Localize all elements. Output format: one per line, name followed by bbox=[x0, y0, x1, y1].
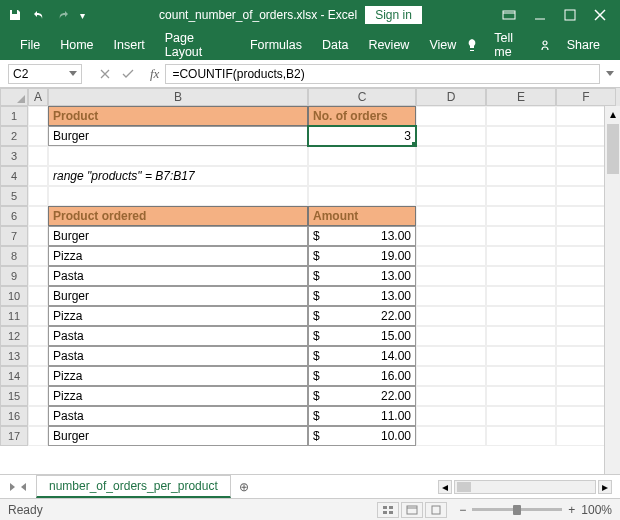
cell[interactable] bbox=[28, 286, 48, 306]
cell[interactable] bbox=[416, 186, 486, 206]
cell[interactable]: $15.00 bbox=[308, 326, 416, 346]
cell[interactable] bbox=[486, 166, 556, 186]
horizontal-scrollbar[interactable] bbox=[454, 480, 596, 494]
tab-formulas[interactable]: Formulas bbox=[240, 34, 312, 56]
cell[interactable] bbox=[486, 286, 556, 306]
cell[interactable] bbox=[416, 226, 486, 246]
tab-review[interactable]: Review bbox=[358, 34, 419, 56]
cell[interactable]: Burger bbox=[48, 226, 308, 246]
scroll-right-icon[interactable]: ▸ bbox=[598, 480, 612, 494]
cell[interactable]: $11.00 bbox=[308, 406, 416, 426]
cell[interactable] bbox=[48, 146, 308, 166]
column-header[interactable]: E bbox=[486, 88, 556, 106]
cell[interactable] bbox=[28, 386, 48, 406]
cell[interactable]: $16.00 bbox=[308, 366, 416, 386]
vertical-scrollbar[interactable]: ▴ bbox=[604, 106, 620, 474]
cell[interactable] bbox=[486, 386, 556, 406]
close-icon[interactable] bbox=[594, 9, 606, 21]
enter-formula-icon[interactable] bbox=[122, 69, 134, 79]
cell[interactable]: Pasta bbox=[48, 326, 308, 346]
cell[interactable]: $22.00 bbox=[308, 306, 416, 326]
tab-page-layout[interactable]: Page Layout bbox=[155, 27, 240, 63]
row-header[interactable]: 8 bbox=[0, 246, 28, 266]
cell[interactable] bbox=[28, 106, 48, 126]
cell[interactable] bbox=[28, 146, 48, 166]
column-header[interactable]: B bbox=[48, 88, 308, 106]
add-sheet-button[interactable]: ⊕ bbox=[231, 480, 257, 494]
cell[interactable]: Burger bbox=[48, 426, 308, 446]
cell[interactable] bbox=[416, 426, 486, 446]
cell[interactable]: 3 bbox=[308, 126, 416, 146]
row-header[interactable]: 3 bbox=[0, 146, 28, 166]
cell[interactable]: Pizza bbox=[48, 386, 308, 406]
cell[interactable] bbox=[416, 406, 486, 426]
column-header[interactable]: F bbox=[556, 88, 616, 106]
zoom-level[interactable]: 100% bbox=[581, 503, 612, 517]
cell[interactable] bbox=[486, 406, 556, 426]
chevron-down-icon[interactable] bbox=[69, 71, 77, 76]
scrollbar-thumb[interactable] bbox=[457, 482, 471, 492]
cell[interactable]: Pizza bbox=[48, 306, 308, 326]
tab-home[interactable]: Home bbox=[50, 34, 103, 56]
cell[interactable]: $14.00 bbox=[308, 346, 416, 366]
cell[interactable]: Pasta bbox=[48, 406, 308, 426]
cell[interactable]: range "products" = B7:B17 bbox=[48, 166, 308, 186]
save-icon[interactable] bbox=[8, 8, 22, 22]
cell[interactable] bbox=[28, 406, 48, 426]
scroll-left-icon[interactable]: ◂ bbox=[438, 480, 452, 494]
row-header[interactable]: 7 bbox=[0, 226, 28, 246]
cell[interactable] bbox=[28, 306, 48, 326]
cell[interactable] bbox=[416, 126, 486, 146]
cell[interactable] bbox=[28, 186, 48, 206]
cell[interactable] bbox=[416, 306, 486, 326]
tab-view[interactable]: View bbox=[419, 34, 466, 56]
cancel-formula-icon[interactable] bbox=[100, 69, 110, 79]
column-header[interactable]: C bbox=[308, 88, 416, 106]
cell[interactable] bbox=[486, 246, 556, 266]
sheet-nav-buttons[interactable] bbox=[0, 483, 36, 491]
share-button[interactable]: Share bbox=[557, 34, 610, 56]
cell[interactable]: Burger bbox=[48, 126, 308, 146]
cell[interactable] bbox=[48, 186, 308, 206]
cell[interactable] bbox=[416, 286, 486, 306]
cell[interactable]: Product bbox=[48, 106, 308, 126]
row-header[interactable]: 15 bbox=[0, 386, 28, 406]
signin-button[interactable]: Sign in bbox=[365, 6, 422, 24]
cell[interactable] bbox=[28, 346, 48, 366]
select-all-button[interactable] bbox=[0, 88, 28, 106]
cell[interactable] bbox=[416, 346, 486, 366]
zoom-in-button[interactable]: + bbox=[568, 503, 575, 517]
row-header[interactable]: 13 bbox=[0, 346, 28, 366]
column-header[interactable]: A bbox=[28, 88, 48, 106]
row-header[interactable]: 14 bbox=[0, 366, 28, 386]
row-header[interactable]: 11 bbox=[0, 306, 28, 326]
cell[interactable]: $22.00 bbox=[308, 386, 416, 406]
cell[interactable] bbox=[28, 226, 48, 246]
name-box[interactable]: C2 bbox=[8, 64, 82, 84]
cell[interactable] bbox=[486, 206, 556, 226]
cell[interactable] bbox=[486, 426, 556, 446]
cell[interactable]: Pasta bbox=[48, 346, 308, 366]
cell[interactable] bbox=[486, 126, 556, 146]
cell[interactable] bbox=[416, 366, 486, 386]
row-header[interactable]: 16 bbox=[0, 406, 28, 426]
view-layout-icon[interactable] bbox=[401, 502, 423, 518]
row-header[interactable]: 9 bbox=[0, 266, 28, 286]
row-header[interactable]: 5 bbox=[0, 186, 28, 206]
qat-customize-icon[interactable]: ▾ bbox=[80, 10, 85, 21]
row-header[interactable]: 10 bbox=[0, 286, 28, 306]
cell[interactable]: Pizza bbox=[48, 246, 308, 266]
cell[interactable] bbox=[486, 266, 556, 286]
view-normal-icon[interactable] bbox=[377, 502, 399, 518]
undo-icon[interactable] bbox=[32, 8, 46, 22]
cell[interactable]: Burger bbox=[48, 286, 308, 306]
cell[interactable] bbox=[28, 366, 48, 386]
column-header[interactable]: D bbox=[416, 88, 486, 106]
cell[interactable]: Product ordered bbox=[48, 206, 308, 226]
cell[interactable]: Pizza bbox=[48, 366, 308, 386]
cell[interactable] bbox=[486, 226, 556, 246]
tab-data[interactable]: Data bbox=[312, 34, 358, 56]
cell[interactable] bbox=[308, 166, 416, 186]
cell[interactable] bbox=[486, 366, 556, 386]
sheet-tab-active[interactable]: number_of_orders_per_product bbox=[36, 475, 231, 498]
